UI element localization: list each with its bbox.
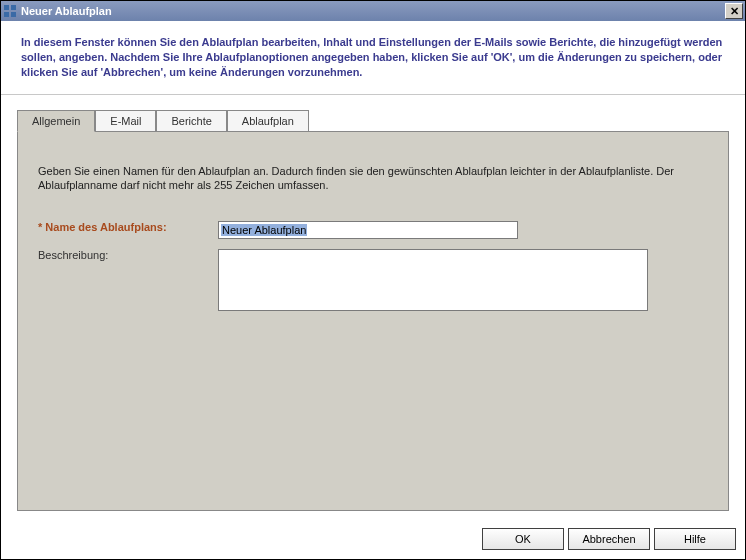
tab-row: Allgemein E-Mail Berichte Ablaufplan [1,95,745,131]
window-title: Neuer Ablaufplan [21,5,725,17]
label-description: Beschreibung: [38,249,218,311]
svg-rect-0 [4,5,9,10]
svg-rect-2 [4,12,9,17]
tab-allgemein[interactable]: Allgemein [17,110,95,132]
svg-rect-1 [11,5,16,10]
titlebar[interactable]: Neuer Ablaufplan ✕ [1,1,745,21]
svg-rect-3 [11,12,16,17]
tab-panel-allgemein: Geben Sie einen Namen für den Ablaufplan… [17,131,729,511]
input-name[interactable]: Neuer Ablaufplan [218,221,518,239]
tab-berichte[interactable]: Berichte [156,110,226,132]
instructions-text: In diesem Fenster können Sie den Ablaufp… [1,21,745,95]
row-description: Beschreibung: [38,249,708,311]
close-icon: ✕ [730,5,739,18]
label-name: * Name des Ablaufplans: [38,221,218,239]
input-name-value: Neuer Ablaufplan [221,224,307,236]
textarea-description[interactable] [218,249,648,311]
close-button[interactable]: ✕ [725,3,743,19]
tab-ablaufplan[interactable]: Ablaufplan [227,110,309,132]
panel-description: Geben Sie einen Namen für den Ablaufplan… [38,164,708,194]
tab-email[interactable]: E-Mail [95,110,156,132]
row-name: * Name des Ablaufplans: Neuer Ablaufplan [38,221,708,239]
dialog-button-bar: OK Abbrechen Hilfe [478,528,736,550]
cancel-button[interactable]: Abbrechen [568,528,650,550]
ok-button[interactable]: OK [482,528,564,550]
app-icon [3,4,17,18]
help-button[interactable]: Hilfe [654,528,736,550]
